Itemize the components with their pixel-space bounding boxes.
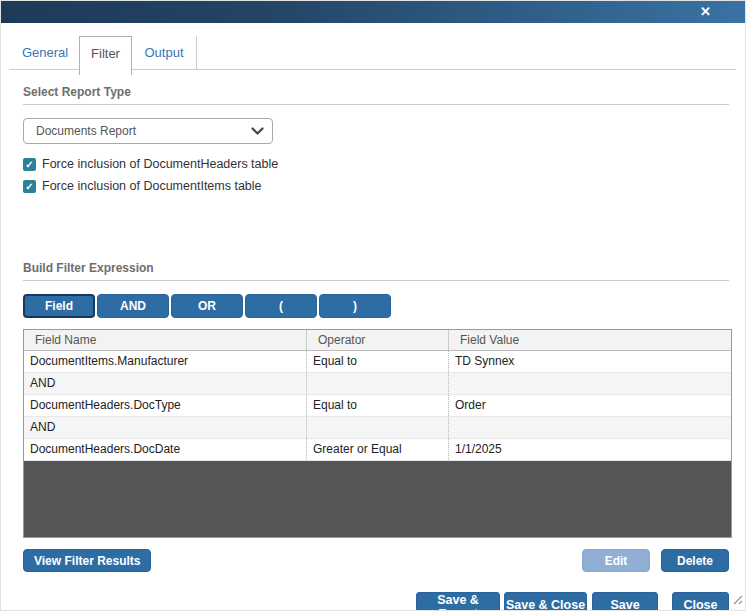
column-header-operator: Operator [306, 330, 448, 350]
section-divider [23, 104, 729, 105]
or-button[interactable]: OR [171, 294, 243, 318]
operator-cell: Equal to [306, 395, 448, 416]
table-header-row: Field Name Operator Field Value [24, 330, 731, 351]
field-value-cell: TD Synnex [448, 351, 731, 372]
tab-filter[interactable]: Filter [79, 36, 132, 75]
resize-grip-icon[interactable] [732, 591, 743, 609]
field-name-cell: DocumentItems.Manufacturer [24, 351, 306, 372]
dialog-titlebar: ✕ [1, 1, 745, 23]
report-type-select[interactable]: Documents Report [23, 118, 273, 144]
operator-cell: Equal to [306, 351, 448, 372]
operator-cell [306, 373, 448, 394]
tab-output[interactable]: Output [132, 36, 197, 69]
table-row[interactable]: AND [24, 417, 731, 439]
checkbox-force-documentitems[interactable]: ✓ Force inclusion of DocumentItems table [23, 179, 729, 193]
operator-cell: Greater or Equal [306, 439, 448, 460]
expression-button-row: Field AND OR ( ) [23, 294, 729, 318]
tab-bar: General Filter Output [1, 36, 745, 76]
table-row[interactable]: DocumentHeaders.DocDate Greater or Equal… [24, 439, 731, 461]
field-value-cell [448, 417, 731, 438]
table-row[interactable]: AND [24, 373, 731, 395]
field-name-cell: AND [24, 417, 306, 438]
tab-general[interactable]: General [11, 36, 79, 69]
delete-button[interactable]: Delete [661, 549, 729, 572]
edit-button[interactable]: Edit [582, 549, 650, 572]
field-name-cell: AND [24, 373, 306, 394]
view-filter-results-button[interactable]: View Filter Results [23, 549, 151, 572]
report-type-selected-value: Documents Report [36, 124, 251, 138]
select-report-type-label: Select Report Type [23, 85, 729, 99]
report-dialog: ✕ General Filter Output Select Report Ty… [0, 0, 746, 611]
build-filter-expression-label: Build Filter Expression [23, 261, 729, 275]
field-name-cell: DocumentHeaders.DocType [24, 395, 306, 416]
save-button[interactable]: Save [592, 592, 658, 611]
save-and-export-button[interactable]: Save & Export [416, 592, 500, 611]
footer-action-row: Save & Export Save & Close Save Close [23, 592, 729, 611]
and-button[interactable]: AND [97, 294, 169, 318]
column-header-field-name: Field Name [24, 330, 306, 350]
checkbox-label: Force inclusion of DocumentHeaders table [42, 157, 278, 171]
checkbox-label: Force inclusion of DocumentItems table [42, 179, 262, 193]
field-value-cell: Order [448, 395, 731, 416]
field-value-cell: 1/1/2025 [448, 439, 731, 460]
operator-cell [306, 417, 448, 438]
save-and-close-button[interactable]: Save & Close [504, 592, 587, 611]
table-row[interactable]: DocumentItems.Manufacturer Equal to TD S… [24, 351, 731, 373]
filter-expression-table: Field Name Operator Field Value Document… [23, 329, 732, 538]
dialog-content: Select Report Type Documents Report ✓ Fo… [1, 85, 745, 611]
table-action-row: View Filter Results Edit Delete [23, 549, 729, 572]
close-paren-button[interactable]: ) [319, 294, 391, 318]
chevron-down-icon [251, 122, 264, 140]
field-value-cell [448, 373, 731, 394]
table-row[interactable]: DocumentHeaders.DocType Equal to Order [24, 395, 731, 417]
checkbox-force-documentheaders[interactable]: ✓ Force inclusion of DocumentHeaders tab… [23, 157, 729, 171]
open-paren-button[interactable]: ( [245, 294, 317, 318]
close-icon[interactable]: ✕ [700, 3, 711, 21]
checkbox-checked-icon: ✓ [23, 158, 36, 171]
close-button[interactable]: Close [672, 592, 729, 611]
section-divider [23, 280, 729, 281]
column-header-field-value: Field Value [448, 330, 731, 350]
field-name-cell: DocumentHeaders.DocDate [24, 439, 306, 460]
field-button[interactable]: Field [23, 294, 95, 318]
table-empty-area [24, 461, 731, 537]
checkbox-checked-icon: ✓ [23, 180, 36, 193]
